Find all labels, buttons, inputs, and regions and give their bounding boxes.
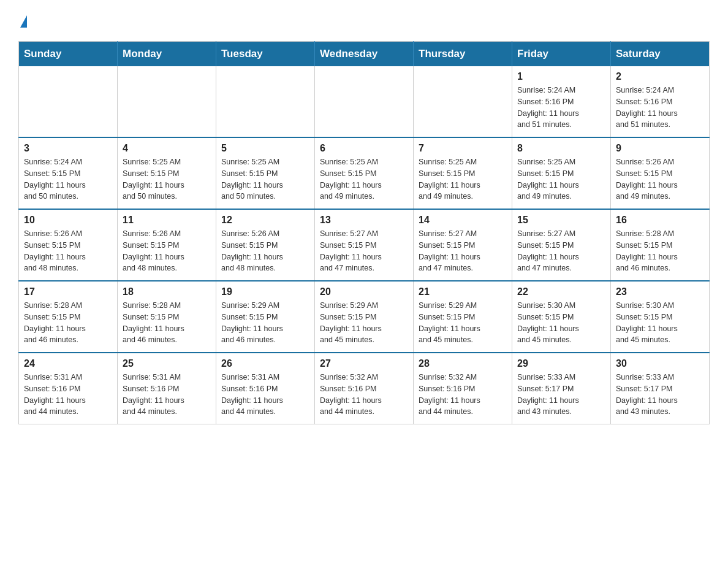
day-number: 21 xyxy=(419,286,507,297)
day-info: Sunrise: 5:25 AM Sunset: 5:15 PM Dayligh… xyxy=(123,156,211,202)
calendar-cell: 13Sunrise: 5:27 AM Sunset: 5:15 PM Dayli… xyxy=(315,209,414,281)
weekday-header-saturday: Saturday xyxy=(611,42,710,67)
weekday-header-monday: Monday xyxy=(118,42,216,67)
day-info: Sunrise: 5:27 AM Sunset: 5:15 PM Dayligh… xyxy=(517,228,605,274)
day-info: Sunrise: 5:28 AM Sunset: 5:15 PM Dayligh… xyxy=(123,300,211,346)
day-number: 24 xyxy=(24,358,112,369)
calendar-cell: 10Sunrise: 5:26 AM Sunset: 5:15 PM Dayli… xyxy=(19,209,118,281)
day-number: 6 xyxy=(320,143,408,154)
day-number: 22 xyxy=(517,286,605,297)
calendar-table: SundayMondayTuesdayWednesdayThursdayFrid… xyxy=(18,41,710,424)
calendar-cell: 12Sunrise: 5:26 AM Sunset: 5:15 PM Dayli… xyxy=(216,209,315,281)
day-info: Sunrise: 5:29 AM Sunset: 5:15 PM Dayligh… xyxy=(419,300,507,346)
day-number: 29 xyxy=(517,358,605,369)
day-info: Sunrise: 5:24 AM Sunset: 5:16 PM Dayligh… xyxy=(616,85,704,131)
calendar-cell: 9Sunrise: 5:26 AM Sunset: 5:15 PM Daylig… xyxy=(611,137,710,209)
calendar-cell: 23Sunrise: 5:30 AM Sunset: 5:15 PM Dayli… xyxy=(611,281,710,353)
day-number: 26 xyxy=(221,358,309,369)
day-number: 17 xyxy=(24,286,112,297)
day-number: 18 xyxy=(123,286,211,297)
day-info: Sunrise: 5:30 AM Sunset: 5:15 PM Dayligh… xyxy=(517,300,605,346)
day-number: 15 xyxy=(517,215,605,226)
day-number: 12 xyxy=(221,215,309,226)
weekday-header-row: SundayMondayTuesdayWednesdayThursdayFrid… xyxy=(19,42,710,67)
day-info: Sunrise: 5:31 AM Sunset: 5:16 PM Dayligh… xyxy=(123,372,211,418)
day-info: Sunrise: 5:27 AM Sunset: 5:15 PM Dayligh… xyxy=(320,228,408,274)
day-number: 8 xyxy=(517,143,605,154)
header xyxy=(18,12,710,29)
calendar-week-row: 17Sunrise: 5:28 AM Sunset: 5:15 PM Dayli… xyxy=(19,281,710,353)
calendar-cell xyxy=(118,66,216,137)
day-number: 11 xyxy=(123,215,211,226)
day-number: 20 xyxy=(320,286,408,297)
weekday-header-friday: Friday xyxy=(512,42,611,67)
day-number: 10 xyxy=(24,215,112,226)
calendar-week-row: 24Sunrise: 5:31 AM Sunset: 5:16 PM Dayli… xyxy=(19,353,710,424)
calendar-cell: 27Sunrise: 5:32 AM Sunset: 5:16 PM Dayli… xyxy=(315,353,414,424)
day-info: Sunrise: 5:32 AM Sunset: 5:16 PM Dayligh… xyxy=(320,372,408,418)
weekday-header-tuesday: Tuesday xyxy=(216,42,315,67)
day-number: 5 xyxy=(221,143,309,154)
calendar-cell: 28Sunrise: 5:32 AM Sunset: 5:16 PM Dayli… xyxy=(414,353,512,424)
calendar-cell: 21Sunrise: 5:29 AM Sunset: 5:15 PM Dayli… xyxy=(414,281,512,353)
day-info: Sunrise: 5:25 AM Sunset: 5:15 PM Dayligh… xyxy=(221,156,309,202)
calendar-cell: 16Sunrise: 5:28 AM Sunset: 5:15 PM Dayli… xyxy=(611,209,710,281)
calendar-week-row: 10Sunrise: 5:26 AM Sunset: 5:15 PM Dayli… xyxy=(19,209,710,281)
calendar-cell: 8Sunrise: 5:25 AM Sunset: 5:15 PM Daylig… xyxy=(512,137,611,209)
calendar-cell: 20Sunrise: 5:29 AM Sunset: 5:15 PM Dayli… xyxy=(315,281,414,353)
day-info: Sunrise: 5:30 AM Sunset: 5:15 PM Dayligh… xyxy=(616,300,704,346)
calendar-cell xyxy=(414,66,512,137)
calendar-cell xyxy=(315,66,414,137)
calendar-cell: 3Sunrise: 5:24 AM Sunset: 5:15 PM Daylig… xyxy=(19,137,118,209)
calendar-cell: 24Sunrise: 5:31 AM Sunset: 5:16 PM Dayli… xyxy=(19,353,118,424)
logo xyxy=(18,12,27,29)
day-number: 3 xyxy=(24,143,112,154)
day-info: Sunrise: 5:26 AM Sunset: 5:15 PM Dayligh… xyxy=(616,156,704,202)
day-info: Sunrise: 5:25 AM Sunset: 5:15 PM Dayligh… xyxy=(419,156,507,202)
calendar-cell: 1Sunrise: 5:24 AM Sunset: 5:16 PM Daylig… xyxy=(512,66,611,137)
calendar-cell: 18Sunrise: 5:28 AM Sunset: 5:15 PM Dayli… xyxy=(118,281,216,353)
calendar-cell: 14Sunrise: 5:27 AM Sunset: 5:15 PM Dayli… xyxy=(414,209,512,281)
calendar-week-row: 1Sunrise: 5:24 AM Sunset: 5:16 PM Daylig… xyxy=(19,66,710,137)
calendar-cell: 26Sunrise: 5:31 AM Sunset: 5:16 PM Dayli… xyxy=(216,353,315,424)
calendar-cell: 22Sunrise: 5:30 AM Sunset: 5:15 PM Dayli… xyxy=(512,281,611,353)
day-info: Sunrise: 5:25 AM Sunset: 5:15 PM Dayligh… xyxy=(320,156,408,202)
day-number: 13 xyxy=(320,215,408,226)
calendar-week-row: 3Sunrise: 5:24 AM Sunset: 5:15 PM Daylig… xyxy=(19,137,710,209)
weekday-header-wednesday: Wednesday xyxy=(315,42,414,67)
day-info: Sunrise: 5:29 AM Sunset: 5:15 PM Dayligh… xyxy=(320,300,408,346)
day-number: 27 xyxy=(320,358,408,369)
calendar-cell: 15Sunrise: 5:27 AM Sunset: 5:15 PM Dayli… xyxy=(512,209,611,281)
day-info: Sunrise: 5:26 AM Sunset: 5:15 PM Dayligh… xyxy=(221,228,309,274)
calendar-cell: 4Sunrise: 5:25 AM Sunset: 5:15 PM Daylig… xyxy=(118,137,216,209)
day-info: Sunrise: 5:24 AM Sunset: 5:15 PM Dayligh… xyxy=(24,156,112,202)
day-number: 14 xyxy=(419,215,507,226)
day-number: 2 xyxy=(616,71,704,82)
day-info: Sunrise: 5:33 AM Sunset: 5:17 PM Dayligh… xyxy=(517,372,605,418)
logo-triangle-icon xyxy=(20,15,27,28)
day-info: Sunrise: 5:24 AM Sunset: 5:16 PM Dayligh… xyxy=(517,85,605,131)
calendar-cell: 29Sunrise: 5:33 AM Sunset: 5:17 PM Dayli… xyxy=(512,353,611,424)
day-number: 7 xyxy=(419,143,507,154)
day-info: Sunrise: 5:25 AM Sunset: 5:15 PM Dayligh… xyxy=(517,156,605,202)
calendar-cell: 5Sunrise: 5:25 AM Sunset: 5:15 PM Daylig… xyxy=(216,137,315,209)
weekday-header-sunday: Sunday xyxy=(19,42,118,67)
day-number: 9 xyxy=(616,143,704,154)
calendar-cell: 7Sunrise: 5:25 AM Sunset: 5:15 PM Daylig… xyxy=(414,137,512,209)
day-info: Sunrise: 5:31 AM Sunset: 5:16 PM Dayligh… xyxy=(221,372,309,418)
day-info: Sunrise: 5:28 AM Sunset: 5:15 PM Dayligh… xyxy=(24,300,112,346)
day-number: 4 xyxy=(123,143,211,154)
calendar-cell: 17Sunrise: 5:28 AM Sunset: 5:15 PM Dayli… xyxy=(19,281,118,353)
calendar-cell: 11Sunrise: 5:26 AM Sunset: 5:15 PM Dayli… xyxy=(118,209,216,281)
weekday-header-thursday: Thursday xyxy=(414,42,512,67)
day-info: Sunrise: 5:31 AM Sunset: 5:16 PM Dayligh… xyxy=(24,372,112,418)
day-number: 25 xyxy=(123,358,211,369)
calendar-cell: 6Sunrise: 5:25 AM Sunset: 5:15 PM Daylig… xyxy=(315,137,414,209)
day-number: 30 xyxy=(616,358,704,369)
calendar-cell: 19Sunrise: 5:29 AM Sunset: 5:15 PM Dayli… xyxy=(216,281,315,353)
day-info: Sunrise: 5:29 AM Sunset: 5:15 PM Dayligh… xyxy=(221,300,309,346)
day-info: Sunrise: 5:32 AM Sunset: 5:16 PM Dayligh… xyxy=(419,372,507,418)
day-info: Sunrise: 5:26 AM Sunset: 5:15 PM Dayligh… xyxy=(123,228,211,274)
day-info: Sunrise: 5:33 AM Sunset: 5:17 PM Dayligh… xyxy=(616,372,704,418)
calendar-cell xyxy=(19,66,118,137)
